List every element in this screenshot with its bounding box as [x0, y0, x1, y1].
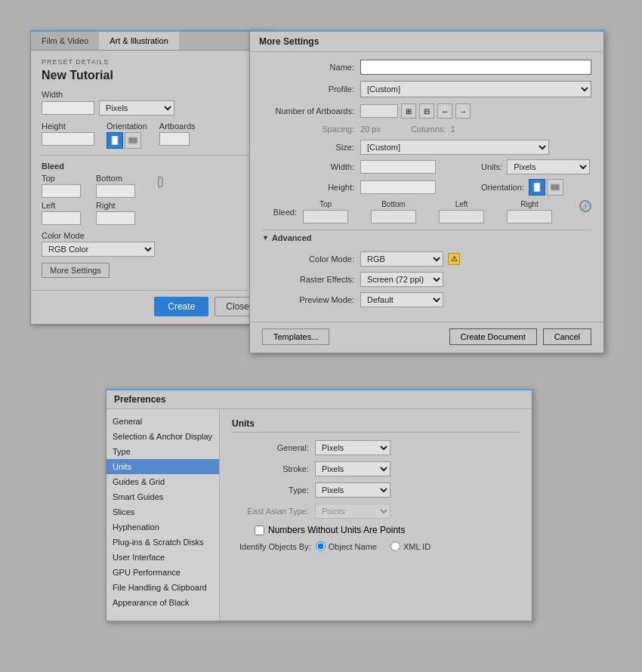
- artboards-label: Artboards: [159, 122, 196, 131]
- advanced-section: ▼ Advanced Color Mode: RGB CMYK ⚠ Raster…: [262, 230, 591, 307]
- cancel-button[interactable]: Cancel: [543, 328, 591, 345]
- object-name-radio-label[interactable]: Object Name: [316, 541, 377, 551]
- ms-height-input[interactable]: 600 px: [360, 180, 436, 194]
- grid-icon[interactable]: ⊞: [401, 103, 416, 119]
- sidebar-item-hyphenation[interactable]: Hyphenation: [106, 519, 219, 535]
- color-mode-adv-select[interactable]: RGB CMYK: [360, 251, 443, 267]
- identify-objects-row: Identify Objects By: Object Name XML ID: [232, 541, 520, 551]
- sidebar-item-gpu[interactable]: GPU Performance: [106, 565, 219, 580]
- bleed-right-input[interactable]: 0: [96, 211, 135, 225]
- orientation-label: Orientation: [106, 122, 147, 131]
- bleed-left-field: Left 0: [42, 201, 81, 225]
- bleed-right-col-label: Right: [520, 200, 538, 208]
- height-input[interactable]: 600 px: [42, 132, 94, 146]
- landscape-btn-ms[interactable]: [547, 179, 563, 196]
- xml-id-radio[interactable]: [390, 541, 400, 551]
- spacing-value: 20 px: [360, 125, 381, 134]
- name-input-wrap: New Tutorial: [360, 60, 591, 75]
- sidebar-item-selection[interactable]: Selection & Anchor Display: [106, 429, 219, 444]
- general-pref-select[interactable]: Pixels Inches Points: [315, 440, 390, 455]
- sidebar-item-guides[interactable]: Guides & Grid: [106, 474, 219, 489]
- portrait-btn-ms[interactable]: [529, 179, 545, 196]
- sidebar-item-general[interactable]: General: [106, 414, 219, 429]
- sidebar-item-ui[interactable]: User Interface: [106, 550, 219, 565]
- templates-button[interactable]: Templates...: [262, 328, 329, 345]
- sidebar-item-appearance[interactable]: Appearance of Black: [106, 595, 219, 610]
- sidebar-item-smart-guides[interactable]: Smart Guides: [106, 489, 219, 504]
- bleed-row: Top 0 Bottom 0: [42, 174, 261, 198]
- type-pref-select[interactable]: Pixels Points: [315, 482, 390, 498]
- more-settings-button[interactable]: More Settings: [42, 263, 110, 278]
- bleed-group: Bleed Top 0 Bottom 0 Left 0: [42, 155, 261, 225]
- bleed-right-label: Right: [96, 201, 135, 210]
- bleed-right-col: Right 0 px: [507, 200, 552, 223]
- object-name-radio[interactable]: [316, 541, 326, 551]
- preferences-panel: Preferences General Selection & Anchor D…: [106, 389, 532, 621]
- bleed-top-col-label: Top: [319, 200, 332, 208]
- color-mode-select[interactable]: RGB Color CMYK Color: [42, 242, 155, 257]
- numbers-checkbox[interactable]: [255, 526, 264, 535]
- bleed-left-col: Left 0 px: [439, 200, 484, 223]
- stroke-pref-select[interactable]: Pixels Points: [315, 461, 390, 476]
- create-document-button[interactable]: Create Document: [449, 328, 537, 345]
- raster-effects-select[interactable]: Screen (72 ppi) Medium (150 ppi) High (3…: [360, 272, 443, 287]
- artboard-controls: 1 ⊞ ⊟ ↔ →: [360, 103, 471, 119]
- warning-icon[interactable]: ⚠: [448, 253, 460, 265]
- size-select[interactable]: [Custom] Letter A4: [360, 140, 549, 155]
- east-asian-pref-label: East Asian Type:: [232, 507, 315, 516]
- advanced-toggle[interactable]: ▼ Advanced: [262, 230, 591, 245]
- bleed-bottom-ms-input[interactable]: 0 px: [371, 210, 416, 223]
- row-icon[interactable]: ⊟: [419, 103, 434, 119]
- width-units-row: Width: 850 px Units: Pixels Inches Centi…: [262, 159, 591, 174]
- sidebar-item-units[interactable]: Units: [106, 459, 219, 474]
- orientation-group: Orientation: [106, 122, 147, 149]
- spacing-row: Spacing: 20 px Columns: 1: [262, 125, 591, 134]
- artboards-count-input[interactable]: 1: [360, 104, 398, 118]
- bleed-left-label: Left: [42, 201, 81, 210]
- profile-row: Profile: [Custom]: [262, 81, 591, 97]
- col-icon[interactable]: ↔: [437, 103, 452, 119]
- bleed-left-input[interactable]: 0: [42, 211, 81, 225]
- profile-select[interactable]: [Custom]: [360, 81, 591, 97]
- xml-id-radio-label[interactable]: XML ID: [390, 541, 431, 551]
- bleed-left-ms-input[interactable]: 0 px: [439, 210, 484, 223]
- portrait-button[interactable]: [106, 132, 123, 149]
- units-select[interactable]: Pixels Inches Centimeters: [99, 100, 174, 116]
- advanced-label: Advanced: [272, 233, 312, 242]
- size-row: Size: [Custom] Letter A4: [262, 140, 591, 155]
- tab-film-video[interactable]: Film & Video: [31, 32, 99, 50]
- sidebar-item-slices[interactable]: Slices: [106, 504, 219, 519]
- name-input[interactable]: New Tutorial: [360, 60, 591, 75]
- link-icon[interactable]: [153, 174, 164, 184]
- create-button[interactable]: Create: [154, 297, 208, 316]
- units-select-ms[interactable]: Pixels Inches Centimeters: [507, 159, 590, 174]
- arrow-icon[interactable]: →: [455, 103, 471, 119]
- east-asian-pref-select[interactable]: Points: [315, 504, 390, 519]
- height-group: Height 600 px: [42, 122, 94, 146]
- bleed-ms-inputs: Top 0 px Bottom 0 px Left 0 px Right 0 p…: [303, 200, 591, 223]
- bleed-top-input[interactable]: 0: [42, 184, 81, 198]
- prefs-sidebar: General Selection & Anchor Display Type …: [106, 409, 220, 621]
- ms-width-input[interactable]: 850 px: [360, 160, 436, 174]
- sidebar-item-plugins[interactable]: Plug-ins & Scratch Disks: [106, 535, 219, 550]
- color-mode-section: Color Mode RGB Color CMYK Color: [42, 231, 261, 257]
- size-label: Size:: [262, 143, 360, 152]
- bleed-right-ms-input[interactable]: 0 px: [507, 210, 552, 223]
- landscape-button[interactable]: [125, 132, 141, 149]
- width-input[interactable]: 850: [42, 101, 94, 115]
- preview-mode-select[interactable]: Default Pixel Overprint: [360, 292, 443, 307]
- bleed-top-ms-input[interactable]: 0 px: [303, 210, 348, 223]
- sidebar-item-file-handling[interactable]: File Handling & Clipboard: [106, 580, 219, 595]
- prefs-section-title: Units: [232, 418, 520, 433]
- artboards-input[interactable]: 1: [159, 132, 190, 146]
- bleed-bottom-input[interactable]: 0: [96, 184, 135, 198]
- bleed-link-icon[interactable]: 🔗: [579, 200, 591, 212]
- sidebar-item-type[interactable]: Type: [106, 444, 219, 459]
- bleed-top-col: Top 0 px: [303, 200, 348, 223]
- bleed-bottom-col: Bottom 0 px: [371, 200, 416, 223]
- columns-label: Columns:: [411, 125, 446, 134]
- bleed-left-col-label: Left: [455, 200, 468, 208]
- tab-art-illustration[interactable]: Art & Illustration: [99, 32, 179, 50]
- color-mode-label: Color Mode: [42, 231, 261, 240]
- height-orient-row: Height: 600 px Orientation:: [262, 179, 591, 196]
